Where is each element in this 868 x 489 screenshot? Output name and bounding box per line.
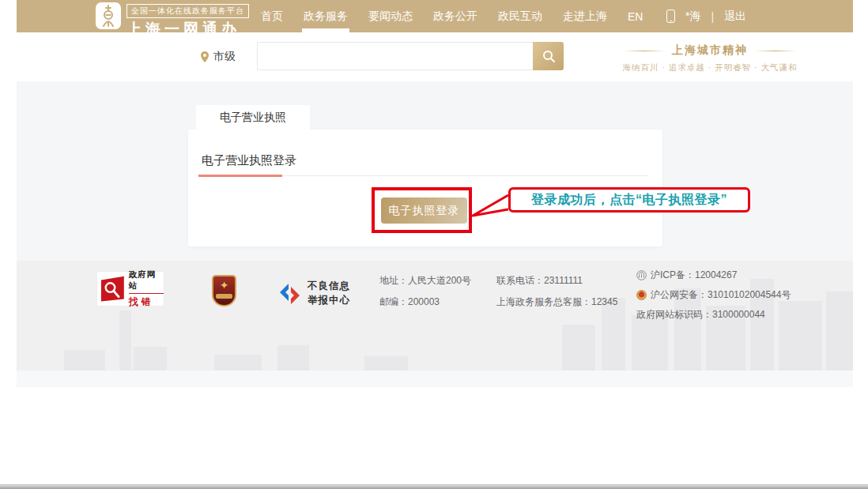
page-frame: 全国一体化在线政务服务平台 上海一网通办 首页 政务服务 要闻动态 政务公开 政… [17,0,853,484]
callout-tail [464,192,513,220]
logout-button[interactable]: 退出 [724,9,746,24]
search-button[interactable] [533,42,564,70]
main-content: 电子营业执照 电子营业执照登录 电子执照登录 登录成功后，点击“电子执照登录” [17,81,853,261]
shield-emblem-icon: ✦ [220,276,229,294]
scope-label: 市级 [213,50,236,64]
annotation-callout: 登录成功后，点击“电子执照登录” [508,187,750,213]
main-nav: 首页 政务服务 要闻动态 政务公开 政民互动 走进上海 EN [261,0,643,32]
page: 全国一体化在线政务服务平台 上海一网通办 首页 政务服务 要闻动态 政务公开 政… [0,0,868,489]
footer-phone: 联系电话：23111111 [496,275,583,286]
city-spirit-block: 上海城市精神 海纳百川 · 追求卓越 · 开明睿智 · 大气谦和 [611,43,809,73]
location-pin-icon [200,51,209,63]
gov-agency-shield-badge[interactable]: ✦ [212,275,236,307]
find-error-line1: 政府网站 [129,269,164,292]
window-bottom-edge [0,484,868,489]
mobile-app-icon[interactable] [666,9,675,23]
find-error-flag-icon [100,276,125,303]
report-center-diamond-icon [278,282,302,306]
nav-item-english[interactable]: EN [628,0,643,32]
footer-icp-text: 沪ICP备：12004267 [651,269,737,280]
section-title: 电子营业执照登录 [202,153,296,168]
footer-site-code-text: 政府网站标识码：3100000044 [636,309,765,320]
footer-police-record-text: 沪公网安备：31010102004544号 [651,289,791,300]
report-badge-line1: 不良信息 [308,280,350,293]
tab-electronic-business-license[interactable]: 电子营业执照 [196,105,310,130]
city-spirit-motto: 海纳百川 · 追求卓越 · 开明睿智 · 大气谦和 [611,62,809,73]
footer-police-record-row[interactable]: 沪公网安备：31010102004544号 [636,289,791,300]
search-icon [542,49,556,63]
username-masked[interactable]: *海 [685,9,700,24]
user-area: *海 | 退出 [666,0,746,32]
bad-info-report-badge[interactable]: 不良信息 举报中心 [278,280,350,307]
footer-postcode: 邮编：200003 [379,296,440,307]
platform-label: 全国一体化在线政务服务平台 [126,4,249,18]
footer-bottom-strip [17,371,853,387]
footer-icp-row[interactable]: 沪ICP备：12004267 [636,269,737,280]
city-spirit-title: 上海城市精神 [672,43,748,58]
scope-selector[interactable]: 市级 [200,50,236,64]
nav-item-about-shanghai[interactable]: 走进上海 [563,0,607,32]
person-figure-icon [99,5,118,27]
search-section: 市级 上海城市精神 海纳百川 · 追求卓越 · 开明睿智 · 大气谦和 [17,32,853,81]
footer-site-code-row: 政府网站标识码：3100000044 [636,309,765,320]
annotation-highlight-box [372,187,472,233]
nav-item-interaction[interactable]: 政民互动 [498,0,542,32]
gov-platform-logo-icon [96,2,121,29]
find-error-line2: 找错 [129,293,164,309]
icp-emblem-icon [636,270,647,280]
top-header-bar: 全国一体化在线政务服务平台 上海一网通办 首页 政务服务 要闻动态 政务公开 政… [17,0,853,32]
decorative-line [755,51,796,51]
shield-band [216,294,232,299]
report-badge-line2: 举报中心 [308,294,350,307]
search-input[interactable] [257,42,533,70]
nav-item-disclosure[interactable]: 政务公开 [433,0,477,32]
site-footer: 政府网站 找错 ✦ 不良信息 举报中心 地址：人民大道200号 [17,261,853,371]
police-badge-icon [636,290,647,300]
footer-hotline: 上海政务服务总客服：12345 [496,296,617,307]
annotation-callout-text: 登录成功后，点击“电子执照登录” [531,192,727,209]
nav-item-home[interactable]: 首页 [261,0,283,32]
decorative-line [624,51,665,51]
site-logo[interactable]: 全国一体化在线政务服务平台 上海一网通办 [96,2,249,31]
divider: | [711,10,714,23]
nav-item-news[interactable]: 要闻动态 [368,0,413,32]
footer-address: 地址：人民大道200号 [379,275,471,286]
nav-item-services[interactable]: 政务服务 [304,0,348,32]
heading-underline [198,175,648,176]
gov-site-error-report-badge[interactable]: 政府网站 找错 [96,271,164,307]
